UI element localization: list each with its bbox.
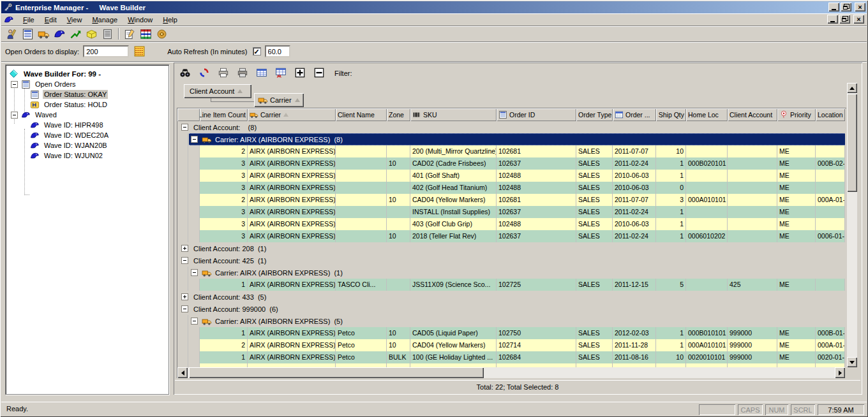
trend-up-button[interactable] — [68, 27, 84, 41]
grid-cell[interactable]: 3 — [200, 218, 248, 230]
grid-cell[interactable]: TASCO Cli... — [336, 279, 387, 291]
grid-cell[interactable]: 2010-06-03 — [613, 218, 656, 230]
group-row-client-account[interactable]: Client Account: 425 (1) — [177, 254, 845, 267]
printer-small-button[interactable] — [235, 66, 250, 80]
grid-cell[interactable]: CAD05 (Liquid Paper) — [410, 327, 497, 339]
tree-root-item[interactable]: Wave Builder For: 99 - — [8, 68, 101, 79]
grid-cell[interactable]: 000B010101 — [686, 327, 728, 339]
grid-cell[interactable]: ME — [777, 339, 816, 351]
grid-cell[interactable]: 102725 — [497, 279, 576, 291]
grid-cell[interactable]: 100 (GE Holiday Lighted ... — [410, 351, 497, 363]
auto-refresh-checkbox[interactable]: ✓ — [253, 47, 261, 55]
column-header-blank[interactable] — [177, 108, 200, 121]
grid-cell[interactable] — [816, 206, 845, 218]
tree-item-order-status-okay[interactable]: Order Status: OKAY — [30, 89, 108, 99]
grid-cell[interactable]: 1 — [656, 230, 686, 242]
grid-cell[interactable]: ME — [777, 218, 816, 230]
menu-item-window[interactable]: Window — [123, 15, 158, 25]
grid-cell[interactable] — [387, 170, 410, 182]
tree-expander[interactable] — [11, 112, 18, 119]
grid-cell[interactable]: ME — [777, 194, 816, 206]
grid-cell[interactable] — [387, 218, 410, 230]
grid-cell[interactable]: SALES — [576, 170, 613, 182]
group-row-carrier[interactable]: Carrier: AIRX (AIRBORN EXPRESS) (1) — [177, 267, 845, 279]
table-row[interactable]: 3AIRX (AIRBORN EXPRESS)INSTALL (Install … — [177, 206, 845, 218]
grid-cell[interactable]: 2011-02-24 — [613, 206, 656, 218]
scroll-left-button[interactable] — [177, 367, 188, 378]
child-restore-button[interactable] — [839, 15, 850, 24]
properties-button[interactable] — [122, 27, 138, 41]
tree-expander[interactable] — [11, 81, 18, 88]
horizontal-scrollbar[interactable] — [177, 367, 845, 378]
grid-cell[interactable]: 2011-08-16 — [613, 351, 656, 363]
table-row[interactable]: 3AIRX (AIRBORN EXPRESS)10CAD02 (Cadre Fr… — [177, 157, 845, 170]
grid-cell[interactable]: CAD04 (Yellow Markers) — [410, 194, 497, 206]
order-list-button[interactable] — [20, 27, 36, 41]
grid-cell[interactable]: 2011-11-28 — [613, 339, 656, 351]
grid-cell[interactable] — [336, 230, 387, 242]
minus-button[interactable] — [311, 66, 327, 80]
grid-cell[interactable]: 102684 — [497, 351, 576, 363]
scroll-up-button[interactable] — [847, 83, 857, 93]
grid-cell[interactable]: 2 — [200, 339, 248, 351]
minimize-button[interactable] — [828, 3, 839, 11]
grid-cell[interactable] — [686, 279, 728, 291]
grid-cell[interactable]: 102637 — [497, 230, 576, 242]
grid-cell[interactable]: 0020010101 — [686, 351, 728, 363]
grid-cell[interactable] — [336, 182, 387, 194]
close-button[interactable]: × — [855, 3, 865, 11]
grid-cell[interactable]: SALES — [576, 351, 613, 363]
scroll-down-button[interactable] — [847, 357, 857, 367]
grid-cell[interactable]: ME — [777, 230, 816, 242]
column-header-order-id[interactable]: Order ID — [497, 108, 576, 121]
grid-cell[interactable]: Petco — [336, 351, 387, 363]
grid-cell[interactable]: 000B-02- — [816, 157, 845, 170]
grid-cell[interactable] — [816, 182, 845, 194]
group-row-carrier[interactable]: Carrier: AIRX (AIRBORN EXPRESS) (5) — [177, 315, 845, 327]
grid-cell[interactable]: 999000 — [728, 327, 777, 339]
table-row[interactable]: 2AIRX (AIRBORN EXPRESS)10CAD04 (Yellow M… — [177, 194, 845, 206]
wave-button[interactable] — [52, 27, 68, 41]
tree-item-wave-id-wjan20b[interactable]: Wave ID: WJAN20B — [30, 140, 108, 150]
delivery-truck-button[interactable] — [36, 27, 52, 41]
grid-cell[interactable]: ME — [777, 351, 816, 363]
grid-cell[interactable] — [728, 230, 777, 242]
grid-cell[interactable] — [728, 170, 777, 182]
menu-item-help[interactable]: Help — [158, 15, 183, 25]
grid-cell[interactable]: 000A010101 — [686, 339, 728, 351]
grid-cell[interactable]: 102750 — [497, 327, 576, 339]
grid-cell[interactable]: 102637 — [497, 157, 576, 170]
grid-cell[interactable]: 3 — [200, 230, 248, 242]
grid-cell[interactable]: 402 (Golf Head Titanium) — [410, 182, 497, 194]
grid-cell[interactable] — [686, 145, 728, 157]
column-header-client-account[interactable]: Client Account — [728, 108, 777, 121]
grid-cell[interactable]: 102488 — [497, 182, 576, 194]
grid-cell[interactable]: 102488 — [497, 170, 576, 182]
column-header-zone[interactable]: Zone — [387, 108, 410, 121]
auto-refresh-input[interactable] — [265, 45, 290, 57]
grid-cell[interactable] — [336, 206, 387, 218]
grid-cell[interactable] — [816, 279, 845, 291]
tree-item-wave-id-wdec20a[interactable]: Wave ID: WDEC20A — [30, 130, 110, 140]
operator-button[interactable] — [4, 27, 20, 41]
grid-cell[interactable] — [686, 206, 728, 218]
grid-cell[interactable]: 1 — [656, 339, 686, 351]
grid-cell[interactable]: 10 — [387, 194, 410, 206]
grid-cell[interactable]: AIRX (AIRBORN EXPRESS) — [248, 279, 336, 291]
group-expander[interactable] — [181, 124, 188, 131]
grid-cell[interactable]: AIRX (AIRBORN EXPRESS) — [248, 218, 336, 230]
grid-cell[interactable]: 102681 — [497, 145, 576, 157]
grid-cell[interactable] — [686, 218, 728, 230]
grid-cell[interactable]: ME — [777, 182, 816, 194]
column-header-priority[interactable]: Priority — [777, 108, 816, 121]
grid-cell[interactable]: BULK — [387, 351, 410, 363]
grid-cell[interactable]: 2 — [200, 194, 248, 206]
grid-cell[interactable]: 102637 — [497, 206, 576, 218]
table-button[interactable] — [254, 66, 269, 80]
table-row[interactable]: 1AIRX (AIRBORN EXPRESS)PetcoBULK100 (GE … — [177, 351, 845, 363]
tree-item-waved[interactable]: Waved — [11, 110, 58, 120]
grid-cell[interactable]: AIRX (AIRBORN EXPRESS) — [248, 145, 336, 157]
grid-cell[interactable]: 1 — [656, 170, 686, 182]
package-button[interactable] — [84, 27, 100, 41]
groupby-carrier[interactable]: Carrier — [254, 93, 304, 107]
